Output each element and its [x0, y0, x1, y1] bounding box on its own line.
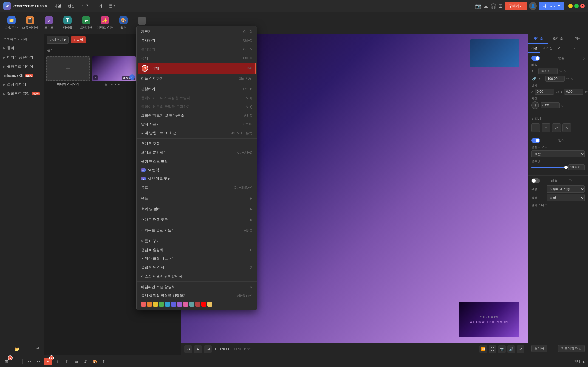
- tool-audio[interactable]: ♪ 오디오: [40, 13, 58, 33]
- bg-diamond-icon[interactable]: ◇: [583, 179, 585, 182]
- flip-v-button[interactable]: ↕: [542, 123, 550, 132]
- pos-y-input[interactable]: [564, 89, 583, 95]
- tl-undo-button[interactable]: ↩: [26, 358, 33, 365]
- ctx-duplicate[interactable]: 복사 Ctrl+D: [137, 54, 257, 63]
- sidebar-item-influence[interactable]: Influence Kit NEW: [0, 71, 44, 80]
- color-swatch-brightred[interactable]: [201, 302, 206, 307]
- color-swatch-gold[interactable]: [207, 302, 212, 307]
- preview-prev-frame-button[interactable]: ⏪: [479, 345, 487, 353]
- blend-diamond-icon[interactable]: ◇: [583, 139, 585, 142]
- sidebar-item-share[interactable]: ▶ 미디어 공유하기: [0, 53, 44, 62]
- ctx-timeline-snap[interactable]: 타임라인 스냅 활성화 N: [137, 283, 257, 291]
- preview-back-button[interactable]: ⏮: [184, 345, 192, 353]
- ctx-trim-start[interactable]: 플레이 헤드의 시작점을 트림하기 Alt+[: [137, 94, 257, 102]
- add-media-thumb[interactable]: +: [46, 56, 90, 81]
- icon-screenshot[interactable]: 📷: [475, 3, 481, 9]
- record-button[interactable]: ● 녹화: [71, 36, 86, 43]
- ctx-compound[interactable]: 컴파운드 클립 만들기 Alt+G: [137, 226, 257, 235]
- tab-audio[interactable]: 오디오: [548, 34, 568, 44]
- preview-forward-button[interactable]: ⏭: [204, 345, 212, 353]
- ctx-split[interactable]: 분할하기 Ctrl+B: [137, 85, 257, 94]
- tl-rect-button[interactable]: ▭: [72, 358, 80, 365]
- icon-cloud[interactable]: ☁: [483, 3, 488, 9]
- tl-ripple-button[interactable]: ⟂: [53, 358, 61, 365]
- menu-edit[interactable]: 편집: [65, 2, 78, 10]
- preview-play-button[interactable]: ▶: [194, 345, 202, 353]
- user-avatar[interactable]: 👤: [529, 2, 537, 10]
- tab-video[interactable]: 비디오: [528, 34, 548, 44]
- flip-tl-button[interactable]: ⤢: [552, 123, 561, 132]
- ctx-crop-zoom[interactable]: 크롭줌(자르기 및 확대/축소) Alt+C: [137, 111, 257, 120]
- color-swatch-darkred[interactable]: [195, 302, 200, 307]
- ctx-reveal[interactable]: 리소스 패널에 위치합니다.: [137, 272, 257, 281]
- ctx-ai-translate[interactable]: AI AI 번역: [137, 166, 257, 174]
- filmora-video-thumb[interactable]: ▶ 00:00:19 ✓: [92, 56, 136, 81]
- tool-stock-media[interactable]: 🎬 스톡 미디어: [21, 13, 39, 33]
- purchase-button[interactable]: 구매하기: [505, 2, 527, 10]
- import-dropdown-button[interactable]: 가져오기 ▾: [47, 36, 69, 44]
- transform-diamond-icon[interactable]: ◇: [583, 57, 585, 60]
- color-swatch-teal[interactable]: [189, 302, 194, 307]
- bg-info-icon[interactable]: ⓘ: [569, 179, 572, 183]
- ctx-effects-filter[interactable]: 효과 및 필터 ▶: [137, 205, 257, 213]
- ctx-rotate90[interactable]: 시계 방향으로 90 회전 Ctrl+Alt+오른쪽: [137, 129, 257, 137]
- export-button[interactable]: 내보내기 ▾: [539, 2, 564, 10]
- scale-x-diamond-icon[interactable]: ◇: [564, 70, 566, 73]
- menu-file[interactable]: 파일: [51, 2, 64, 10]
- ctx-ai-vocal[interactable]: AI AI 보컬 리무버: [137, 174, 257, 183]
- opacity-slider-track[interactable]: [531, 167, 566, 168]
- tl-refresh-button[interactable]: ↺: [81, 358, 89, 365]
- close-button[interactable]: ✕: [580, 4, 585, 8]
- rotation-wheel[interactable]: [531, 101, 539, 109]
- blend-mode-select[interactable]: 표준: [531, 150, 585, 157]
- ctx-copy[interactable]: 복사하기 Ctrl+C: [137, 36, 257, 45]
- opacity-slider-thumb[interactable]: [564, 166, 568, 169]
- ctx-rename[interactable]: 이름 바꾸기: [137, 237, 257, 245]
- scale-x-input[interactable]: [538, 68, 558, 74]
- minimize-button[interactable]: －: [568, 4, 573, 8]
- tl-text-button[interactable]: T: [63, 358, 70, 365]
- sidebar-item-adjust[interactable]: ▶ 조정 레이어: [0, 80, 44, 89]
- flip-h-button[interactable]: ↔: [531, 123, 540, 132]
- tl-export-button[interactable]: ⬆: [100, 358, 108, 365]
- ctx-disable-clip[interactable]: 클립 비활성화 E: [137, 245, 257, 254]
- preview-expand-button[interactable]: ⤢: [517, 345, 524, 353]
- subtab-basic[interactable]: 기본: [528, 44, 540, 53]
- pos-x-input[interactable]: [535, 89, 554, 95]
- tool-transition[interactable]: ⇌ 트랜지션: [77, 13, 95, 33]
- preview-screenshot-button[interactable]: 📷: [498, 345, 506, 353]
- color-swatch-yellow[interactable]: [153, 302, 158, 307]
- color-swatch-red[interactable]: [141, 302, 146, 307]
- icon-headphone[interactable]: 🎧: [490, 3, 496, 9]
- reset-button[interactable]: 초기화: [531, 345, 547, 352]
- rotation-diamond-icon[interactable]: ◇: [561, 104, 564, 107]
- ctx-smart-edit[interactable]: 스마트 편집 도구 ▶: [137, 215, 257, 224]
- tl-redo-button[interactable]: ↪: [35, 358, 43, 365]
- subtab-ai[interactable]: AI 도구: [555, 44, 572, 53]
- color-swatch-purple[interactable]: [177, 302, 182, 307]
- rotation-input[interactable]: [541, 102, 560, 108]
- opacity-input[interactable]: [568, 164, 585, 170]
- color-swatch-green[interactable]: [159, 302, 164, 307]
- ctx-export-clip[interactable]: 선택한 클립 내보내기: [137, 254, 257, 263]
- preview-volume-button[interactable]: 🔊: [507, 345, 515, 353]
- folder-icon[interactable]: 📂: [13, 345, 21, 353]
- blend-toggle[interactable]: [531, 138, 540, 143]
- color-swatch-orange[interactable]: [147, 302, 152, 307]
- tool-effects[interactable]: ✨ 이펙트 효과: [96, 13, 114, 33]
- flip-tr-button[interactable]: ⤡: [562, 123, 571, 132]
- menu-view[interactable]: 보기: [92, 2, 105, 10]
- ctx-trim-end[interactable]: 플레이 헤드의 끝점을 트림하기 Alt+]: [137, 102, 257, 111]
- ctx-paste[interactable]: 붙여넣기 Ctrl+V: [137, 45, 257, 54]
- ctx-same-color[interactable]: 동일 색깔의 클립을 선택하기 Alt+Shift+`: [137, 291, 257, 300]
- ctx-delete[interactable]: 3 삭제 Del: [138, 63, 256, 74]
- tool-filter[interactable]: 🎨 필터: [115, 13, 132, 33]
- tool-titles[interactable]: T 타이들: [59, 13, 76, 33]
- color-swatch-pink[interactable]: [183, 302, 188, 307]
- ctx-audio-adjust[interactable]: 오디오 조정: [137, 139, 257, 148]
- scale-y-input[interactable]: [545, 76, 565, 82]
- bg-toggle[interactable]: [531, 178, 540, 183]
- tab-color[interactable]: 색상: [568, 34, 588, 44]
- preview-fullscreen-button[interactable]: ⛶: [489, 345, 496, 353]
- tl-magnet-button[interactable]: ⊥: [12, 358, 20, 365]
